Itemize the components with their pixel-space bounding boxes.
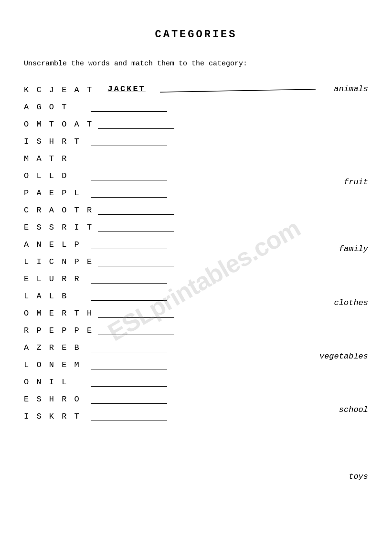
answer-line xyxy=(98,204,174,215)
scrambled-word: E S S R I T xyxy=(24,223,93,232)
scrambled-word: E L U R R xyxy=(24,274,86,284)
answer-line xyxy=(91,359,167,369)
category-label: clothes xyxy=(316,298,368,307)
page-title: CATEGORIES xyxy=(24,29,368,41)
word-row: L A L B xyxy=(24,290,174,301)
word-row: O M E R T H xyxy=(24,307,174,318)
scrambled-word: L A L B xyxy=(24,292,86,301)
word-row: I S H R T xyxy=(24,136,174,146)
scrambled-word: O N I L xyxy=(24,378,86,387)
word-row: K C J E A TJACKET xyxy=(24,84,174,95)
scrambled-word: K C J E A T xyxy=(24,85,93,95)
answer-line xyxy=(98,118,174,129)
answer-text: JACKET xyxy=(93,84,160,95)
word-row: A G O T xyxy=(24,101,174,112)
scrambled-word: E S H R O xyxy=(24,395,86,404)
word-row: E S H R O xyxy=(24,393,174,404)
word-row: P A E P L xyxy=(24,187,174,198)
words-column: K C J E A TJACKETA G O TO M T O A TI S H… xyxy=(24,84,174,428)
scrambled-word: A Z R E B xyxy=(24,343,86,352)
scrambled-word: R P E P P E xyxy=(24,326,93,335)
word-row: E S S R I T xyxy=(24,221,174,232)
category-label: school xyxy=(316,405,368,414)
word-row: I S K R T xyxy=(24,411,174,421)
answer-line xyxy=(91,290,167,301)
main-content: K C J E A TJACKETA G O TO M T O A TI S H… xyxy=(24,84,368,428)
answer-line xyxy=(98,325,174,335)
category-label: vegetables xyxy=(316,352,368,361)
instructions: Unscramble the words and match them to t… xyxy=(24,60,368,68)
word-row: R P E P P E xyxy=(24,325,174,335)
scrambled-word: I S K R T xyxy=(24,412,86,421)
word-row: L I C N P E xyxy=(24,256,174,266)
scrambled-word: O L L D xyxy=(24,171,86,180)
answer-line xyxy=(91,411,167,421)
category-label: animals xyxy=(316,84,368,94)
answer-line xyxy=(98,221,174,232)
scrambled-word: I S H R T xyxy=(24,137,86,146)
word-row: O M T O A T xyxy=(24,118,174,129)
category-label: family xyxy=(316,244,368,253)
scrambled-word: A G O T xyxy=(24,103,86,112)
answer-line xyxy=(91,187,167,198)
word-row: O L L D xyxy=(24,170,174,180)
category-label: toys xyxy=(316,472,368,481)
answer-line xyxy=(91,393,167,404)
scrambled-word: M A T R xyxy=(24,154,86,163)
word-row: M A T R xyxy=(24,153,174,163)
word-row: O N I L xyxy=(24,376,174,387)
answer-line xyxy=(91,342,167,352)
answer-line xyxy=(98,307,174,318)
scrambled-word: A N E L P xyxy=(24,240,86,249)
scrambled-word: C R A O T R xyxy=(24,206,93,215)
word-row: E L U R R xyxy=(24,273,174,284)
answer-line xyxy=(91,170,167,180)
answer-line xyxy=(91,136,167,146)
word-row: C R A O T R xyxy=(24,204,174,215)
svg-line-0 xyxy=(160,89,316,92)
word-row: A Z R E B xyxy=(24,342,174,352)
scrambled-word: O M T O A T xyxy=(24,120,93,129)
word-row: A N E L P xyxy=(24,239,174,249)
answer-line xyxy=(91,273,167,284)
word-row: L O N E M xyxy=(24,359,174,369)
answer-line xyxy=(91,239,167,249)
scrambled-word: O M E R T H xyxy=(24,309,93,318)
scrambled-word: P A E P L xyxy=(24,189,86,198)
answer-line xyxy=(91,376,167,387)
scrambled-word: L I C N P E xyxy=(24,257,93,266)
answer-line xyxy=(91,101,167,112)
scrambled-word: L O N E M xyxy=(24,360,86,369)
category-label: fruit xyxy=(316,178,368,187)
answer-line xyxy=(98,256,174,266)
answer-line xyxy=(91,153,167,163)
